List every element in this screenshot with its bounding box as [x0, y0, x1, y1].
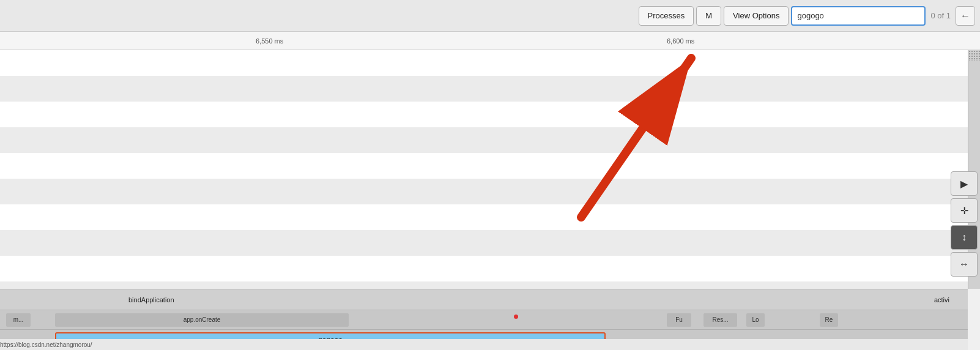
chips-track: m... app.onCreate Fu Res... Lo Re: [0, 310, 968, 330]
zoom-horizontal-icon: ↔: [959, 259, 969, 270]
zoom-horizontal-tool-button[interactable]: ↔: [951, 252, 978, 277]
timeline-row: [0, 153, 968, 179]
bind-application-track: bindApplication activi: [0, 289, 968, 310]
timeline-row: [0, 281, 968, 289]
timeline-row: [0, 102, 968, 127]
zoom-vertical-tool-button[interactable]: ↕: [951, 225, 978, 250]
search-result-count: 0 of 1: [926, 11, 956, 20]
m-button[interactable]: M: [696, 6, 721, 26]
ruler-mark-1: 6,550 ms: [256, 37, 283, 45]
timeline-row: [0, 256, 968, 281]
lo-chip: Lo: [746, 313, 765, 327]
timeline-ruler: 6,550 ms 6,600 ms: [0, 32, 980, 50]
timeline-row: [0, 127, 968, 153]
fu-chip: Fu: [667, 313, 691, 327]
main-timeline-area: [0, 50, 968, 289]
back-arrow-button[interactable]: ←: [956, 6, 975, 26]
timeline-row: [0, 204, 968, 230]
app-oncreate-chip: app.onCreate: [55, 313, 349, 327]
activi-label: activi: [934, 296, 949, 303]
view-options-button[interactable]: View Options: [724, 6, 789, 26]
res-chip: Res...: [703, 313, 737, 327]
timeline-row: [0, 179, 968, 204]
timeline-row: [0, 50, 968, 76]
toolbar: Processes M View Options 0 of 1 ←: [0, 0, 980, 32]
timeline-row: [0, 76, 968, 102]
red-dot: [514, 315, 518, 319]
search-input[interactable]: [791, 6, 926, 26]
status-bar: https://blog.csdn.net/zhangmorou/: [0, 339, 968, 350]
zoom-vertical-icon: ↕: [962, 232, 967, 243]
scroll-dotted-pattern: [968, 50, 980, 61]
m-chip: m...: [6, 313, 31, 327]
move-icon: ✛: [960, 205, 968, 217]
bind-app-label: bindApplication: [128, 296, 174, 303]
cursor-tool-button[interactable]: ▶: [951, 171, 978, 196]
processes-button[interactable]: Processes: [639, 6, 694, 26]
tool-panel: ▶ ✛ ↕ ↔: [948, 171, 980, 277]
ruler-mark-2: 6,600 ms: [667, 37, 694, 45]
cursor-icon: ▶: [960, 178, 968, 190]
move-tool-button[interactable]: ✛: [951, 198, 978, 223]
timeline-row: [0, 230, 968, 256]
status-url: https://blog.csdn.net/zhangmorou/: [0, 341, 92, 348]
chips-container: m... app.onCreate Fu Res... Lo Re: [0, 310, 968, 329]
re-chip: Re: [820, 313, 838, 327]
